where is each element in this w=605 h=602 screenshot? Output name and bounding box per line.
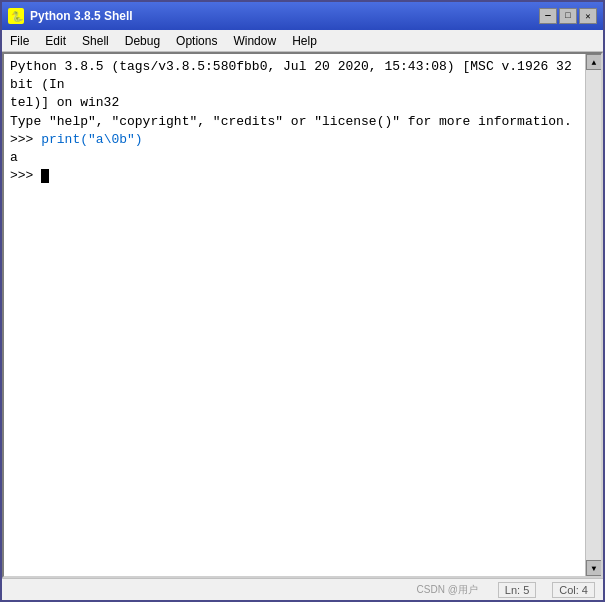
window-title: Python 3.8.5 Shell	[30, 9, 533, 23]
window-controls: — □ ✕	[539, 8, 597, 24]
watermark-text: CSDN @用户	[417, 583, 478, 597]
scroll-down-button[interactable]: ▼	[586, 560, 602, 576]
info-line-2: tel)] on win32	[10, 94, 581, 112]
close-button[interactable]: ✕	[579, 8, 597, 24]
info-line-1: Python 3.8.5 (tags/v3.8.5:580fbb0, Jul 2…	[10, 58, 581, 94]
main-window: 🐍 Python 3.8.5 Shell — □ ✕ File Edit She…	[0, 0, 605, 602]
title-bar: 🐍 Python 3.8.5 Shell — □ ✕	[2, 2, 603, 30]
col-indicator: Col: 4	[552, 582, 595, 598]
menu-help[interactable]: Help	[284, 30, 325, 51]
menu-shell[interactable]: Shell	[74, 30, 117, 51]
minimize-button[interactable]: —	[539, 8, 557, 24]
prompt-symbol-2: >>>	[10, 168, 41, 183]
menu-debug[interactable]: Debug	[117, 30, 168, 51]
scrollbar[interactable]: ▲ ▼	[585, 54, 601, 576]
menu-edit[interactable]: Edit	[37, 30, 74, 51]
menu-window[interactable]: Window	[225, 30, 284, 51]
menu-bar: File Edit Shell Debug Options Window Hel…	[2, 30, 603, 52]
maximize-button[interactable]: □	[559, 8, 577, 24]
prompt-line-1: >>> print("a\0b")	[10, 131, 581, 149]
status-bar: CSDN @用户 Ln: 5 Col: 4	[2, 578, 603, 600]
svg-text:🐍: 🐍	[11, 10, 23, 23]
code-input-1: print("a\0b")	[41, 132, 142, 147]
menu-options[interactable]: Options	[168, 30, 225, 51]
prompt-symbol-1: >>>	[10, 132, 41, 147]
menu-file[interactable]: File	[2, 30, 37, 51]
scroll-track[interactable]	[586, 70, 601, 560]
app-icon: 🐍	[8, 8, 24, 24]
info-line-3: Type "help", "copyright", "credits" or "…	[10, 113, 581, 131]
line-indicator: Ln: 5	[498, 582, 536, 598]
cursor	[41, 169, 49, 183]
output-line-1: a	[10, 149, 581, 167]
scroll-up-button[interactable]: ▲	[586, 54, 602, 70]
shell-output-area[interactable]: Python 3.8.5 (tags/v3.8.5:580fbb0, Jul 2…	[2, 52, 603, 578]
prompt-line-2: >>>	[10, 167, 581, 185]
